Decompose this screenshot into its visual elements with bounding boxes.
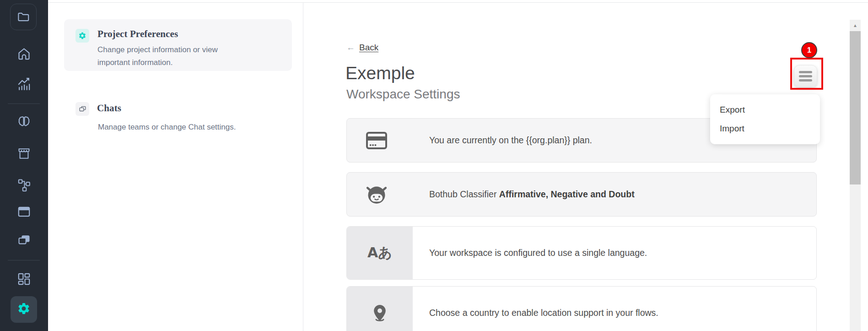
projects-button[interactable]	[10, 4, 37, 30]
panel-divider	[303, 3, 303, 331]
classifier-text: Bothub Classifier Affirmative, Negative …	[429, 189, 635, 200]
page-title: Exemple	[345, 63, 415, 83]
nav-item-project-preferences[interactable]: Project Preferences Change project infor…	[64, 19, 292, 71]
store-icon	[16, 146, 32, 161]
back-arrow-icon: ←	[346, 43, 355, 53]
robot-icon	[347, 173, 406, 216]
nav-item-title: Project Preferences	[97, 28, 178, 40]
nav-item-description: Change project information or view impor…	[97, 43, 235, 69]
sidebar-item-settings-active[interactable]	[11, 296, 37, 323]
language-card[interactable]: Aあ Your workspace is configured to use a…	[346, 226, 817, 280]
sidebar-item-ai[interactable]	[16, 114, 32, 130]
sidebar-item-store[interactable]	[16, 146, 32, 161]
sidebar-item-chats[interactable]	[16, 233, 32, 248]
home-icon	[16, 46, 32, 61]
gear-icon	[17, 302, 31, 317]
chats-icon	[16, 233, 32, 248]
brain-icon	[16, 114, 32, 130]
classifier-text-normal: Bothub Classifier	[429, 189, 499, 199]
classifier-card[interactable]: Bothub Classifier Affirmative, Negative …	[346, 172, 817, 217]
back-label: Back	[359, 43, 378, 52]
location-card[interactable]: Choose a country to enable location supp…	[346, 286, 817, 331]
vertical-scrollbar[interactable]: ▲	[850, 20, 861, 331]
window-icon	[16, 204, 32, 219]
back-link[interactable]: ←Back	[346, 43, 378, 53]
credit-card-icon	[347, 119, 406, 162]
folder-icon	[16, 10, 30, 24]
scrollbar-thumb[interactable]	[850, 31, 861, 184]
translate-icon: Aあ	[347, 227, 413, 279]
scroll-up-icon: ▲	[853, 23, 857, 28]
scroll-up-button[interactable]: ▲	[850, 20, 861, 31]
sidebar-item-home[interactable]	[16, 46, 32, 61]
flows-icon	[16, 177, 32, 192]
workspace-menu-button[interactable]	[794, 65, 817, 87]
analytics-icon	[16, 76, 32, 92]
sidebar	[0, 0, 48, 331]
nav-item-description: Manage teams or change Chat settings.	[98, 121, 263, 134]
apps-grid-icon	[16, 271, 32, 287]
nav-item-chats[interactable]	[64, 99, 265, 140]
chat-icon	[75, 102, 89, 116]
sidebar-divider	[8, 260, 40, 260]
sidebar-item-studio[interactable]	[16, 204, 32, 219]
location-text: Choose a country to enable location supp…	[429, 308, 658, 318]
menu-item-export[interactable]: Export	[710, 100, 820, 119]
sidebar-item-flows[interactable]	[16, 177, 32, 192]
nav-item-title: Chats	[97, 103, 121, 114]
page-subtitle: Workspace Settings	[346, 87, 460, 102]
classifier-text-bold: Affirmative, Negative and Doubt	[499, 189, 635, 199]
sidebar-item-analytics[interactable]	[16, 76, 32, 92]
workspace-menu-dropdown: Export Import	[710, 94, 820, 144]
language-text: Your workspace is configured to use a si…	[429, 248, 647, 258]
top-border	[48, 2, 868, 3]
location-pin-icon	[347, 287, 413, 331]
plan-text: You are currently on the {{org.plan}} pl…	[429, 135, 592, 146]
gear-icon	[75, 29, 89, 43]
menu-item-import[interactable]: Import	[710, 119, 820, 138]
annotation-badge: 1	[801, 42, 817, 58]
app-window: Project Preferences Change project infor…	[0, 0, 868, 331]
sidebar-divider	[8, 103, 40, 104]
translate-glyph: Aあ	[367, 244, 392, 262]
sidebar-item-apps[interactable]	[16, 271, 32, 287]
